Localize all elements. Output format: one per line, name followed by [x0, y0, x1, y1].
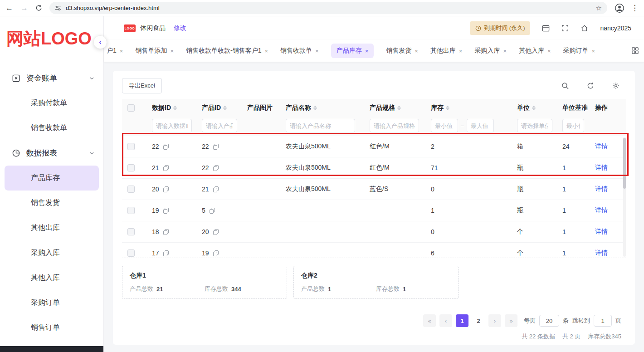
reload-icon[interactable] — [35, 5, 42, 11]
filter-base-min-input[interactable] — [562, 119, 584, 132]
copy-icon[interactable] — [163, 229, 169, 235]
filter-product-name-input[interactable] — [286, 119, 355, 132]
tab-close-icon[interactable]: × — [459, 48, 463, 54]
refresh-icon[interactable] — [587, 82, 594, 89]
tab-item[interactable]: 销售收款单× — [280, 47, 319, 55]
next-page-button[interactable]: › — [488, 314, 501, 327]
copy-icon[interactable] — [210, 208, 215, 214]
tab-close-icon[interactable]: × — [592, 48, 595, 54]
page-button-2[interactable]: 2 — [472, 314, 485, 327]
profile-icon[interactable] — [615, 3, 624, 13]
tab-close-icon[interactable]: × — [120, 48, 123, 54]
copy-icon[interactable] — [163, 165, 169, 171]
search-icon[interactable] — [561, 82, 569, 89]
page-button-1[interactable]: 1 — [456, 314, 468, 327]
row-checkbox[interactable] — [127, 228, 135, 235]
settings-gear-icon[interactable] — [612, 82, 620, 89]
back-icon[interactable]: ← — [5, 4, 13, 12]
first-page-button[interactable]: « — [423, 314, 436, 327]
sort-icon[interactable] — [223, 106, 227, 110]
sidebar-item-other-outbound[interactable]: 其他出库 — [0, 215, 103, 240]
tabs-grid-icon[interactable] — [628, 47, 639, 54]
select-all-checkbox[interactable] — [127, 104, 135, 112]
detail-link[interactable]: 详情 — [595, 249, 608, 257]
tab-item[interactable]: 其他出库× — [430, 47, 463, 55]
copy-icon[interactable] — [213, 144, 219, 150]
column-header: 产品ID — [202, 104, 221, 112]
copy-icon[interactable] — [163, 250, 169, 256]
copy-icon[interactable] — [163, 144, 169, 150]
sort-icon[interactable] — [397, 106, 401, 110]
detail-link[interactable]: 详情 — [595, 164, 608, 172]
sort-icon[interactable] — [532, 106, 536, 110]
sidebar-collapse-button[interactable]: ‹ — [93, 35, 107, 49]
row-checkbox[interactable] — [127, 207, 135, 214]
sidebar-item-sales-delivery[interactable]: 销售发货 — [0, 191, 103, 215]
copy-icon[interactable] — [213, 250, 219, 256]
filter-product-id-input[interactable] — [202, 119, 237, 132]
copy-icon[interactable] — [213, 229, 219, 235]
row-checkbox[interactable] — [127, 186, 135, 193]
per-page-input[interactable] — [539, 315, 559, 327]
tab-close-icon[interactable]: × — [503, 48, 507, 54]
sidebar-item-other-inbound[interactable]: 其他入库 — [0, 265, 103, 290]
tab-close-icon[interactable]: × — [365, 48, 369, 54]
sidebar-group-reports[interactable]: 数据报表 — [0, 141, 103, 166]
tab-item[interactable]: 采购入库× — [474, 47, 507, 55]
filter-stock-min-input[interactable] — [431, 119, 458, 132]
row-checkbox[interactable] — [127, 249, 135, 257]
tab-item[interactable]: 采购订单× — [563, 47, 595, 55]
sidebar-group-funds[interactable]: 资金账单 — [0, 66, 103, 91]
tab-item[interactable]: 销售收款单收款-销售客户1× — [186, 47, 268, 55]
sort-icon[interactable] — [313, 106, 317, 110]
sidebar-item-purchase-inbound[interactable]: 采购入库 — [0, 240, 103, 265]
store-edit-link[interactable]: 修改 — [174, 24, 186, 32]
filter-data-id-input[interactable] — [152, 119, 192, 132]
copy-icon[interactable] — [213, 165, 219, 171]
row-checkbox[interactable] — [127, 143, 135, 150]
sidebar-item-product-stock[interactable]: 产品库存 — [5, 166, 99, 191]
tab-close-icon[interactable]: × — [170, 48, 174, 54]
home-icon[interactable] — [581, 24, 588, 32]
tab-item-product-stock[interactable]: 产品库存× — [331, 44, 374, 58]
site-info-icon[interactable] — [55, 5, 61, 11]
copy-icon[interactable] — [163, 186, 169, 192]
tab-item[interactable]: 其他入库× — [519, 47, 551, 55]
prev-page-button[interactable]: ‹ — [439, 314, 452, 327]
last-page-button[interactable]: » — [505, 314, 517, 327]
copy-icon[interactable] — [213, 186, 219, 192]
export-excel-button[interactable]: 导出Excel — [122, 78, 162, 93]
sidebar-item-purchase-payment[interactable]: 采购付款单 — [0, 91, 103, 116]
username[interactable]: nancy2025 — [600, 24, 631, 32]
tab-close-icon[interactable]: × — [415, 48, 418, 54]
url-bar[interactable]: d3.shopxo.vip/erp-center-index.html ☆ — [49, 2, 607, 14]
copy-icon[interactable] — [163, 208, 169, 214]
row-checkbox[interactable] — [127, 164, 135, 171]
detail-link[interactable]: 详情 — [595, 142, 608, 151]
tab-close-icon[interactable]: × — [315, 48, 319, 54]
scrollbar-thumb[interactable] — [623, 138, 626, 189]
sidebar-item-sales-receipt[interactable]: 销售收款单 — [0, 116, 103, 141]
tab-item[interactable]: 户1× — [107, 47, 123, 55]
bookmark-star-icon[interactable]: ☆ — [596, 4, 602, 12]
sidebar-item-purchase-order[interactable]: 采购订单 — [0, 290, 103, 315]
jump-page-input[interactable] — [594, 315, 612, 327]
forward-icon[interactable]: → — [20, 4, 28, 12]
detail-link[interactable]: 详情 — [595, 185, 608, 193]
filter-product-spec-input[interactable] — [370, 119, 419, 132]
sort-icon[interactable] — [446, 106, 449, 110]
sidebar-item-label: 其他出库 — [31, 223, 60, 233]
fullscreen-icon[interactable] — [561, 24, 569, 32]
detail-link[interactable]: 详情 — [595, 228, 608, 236]
detail-link[interactable]: 详情 — [595, 206, 608, 215]
tab-close-icon[interactable]: × — [547, 48, 551, 54]
tab-close-icon[interactable]: × — [264, 48, 268, 54]
sort-icon[interactable] — [173, 106, 177, 110]
filter-stock-max-input[interactable] — [467, 119, 494, 132]
workbench-icon[interactable] — [542, 24, 550, 32]
filter-unit-select[interactable] — [517, 119, 552, 132]
tab-item[interactable]: 销售发货× — [386, 47, 418, 55]
tab-item[interactable]: 销售单添加× — [135, 47, 174, 55]
sidebar-item-sales-order[interactable]: 销售订单 — [0, 315, 103, 340]
browser-menu-icon[interactable]: ⋮ — [631, 4, 639, 12]
